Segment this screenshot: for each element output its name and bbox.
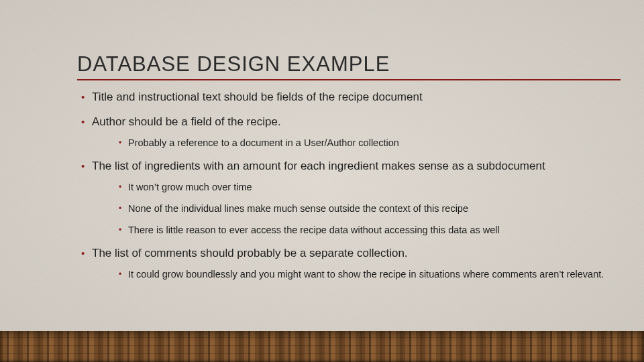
list-item: Probably a reference to a document in a … [115,137,621,150]
bullet-text: Probably a reference to a document in a … [128,137,399,148]
slide: DATABASE DESIGN EXAMPLE Title and instru… [0,0,644,362]
wood-floor-decor [0,331,644,362]
bullet-text: It won’t grow much over time [128,182,252,192]
bullet-text: It could grow boundlessly and you might … [128,269,604,280]
bullet-text: Title and instructional text should be f… [92,90,423,103]
list-item: The list of comments should probably be … [77,246,621,282]
bullet-text: Author should be a field of the recipe. [92,115,281,128]
list-item: There is little reason to ever access th… [115,224,621,237]
list-item: It could grow boundlessly and you might … [115,268,621,282]
list-item: Author should be a field of the recipe. … [77,115,621,150]
bullet-text: There is little reason to ever access th… [128,225,500,235]
bullet-text: None of the individual lines make much s… [128,203,468,214]
list-item: The list of ingredients with an amount f… [77,159,621,237]
bullet-list: Title and instructional text should be f… [77,90,621,282]
list-item: None of the individual lines make much s… [115,202,621,216]
list-item: Title and instructional text should be f… [77,90,621,105]
slide-content: DATABASE DESIGN EXAMPLE Title and instru… [77,52,621,291]
sub-list: Probably a reference to a document in a … [115,137,621,150]
sub-list: It could grow boundlessly and you might … [115,268,621,282]
bullet-text: The list of ingredients with an amount f… [92,160,545,172]
slide-title: DATABASE DESIGN EXAMPLE [77,52,621,80]
bullet-text: The list of comments should probably be … [92,247,408,259]
sub-list: It won’t grow much over time None of the… [115,181,621,237]
list-item: It won’t grow much over time [115,181,621,194]
